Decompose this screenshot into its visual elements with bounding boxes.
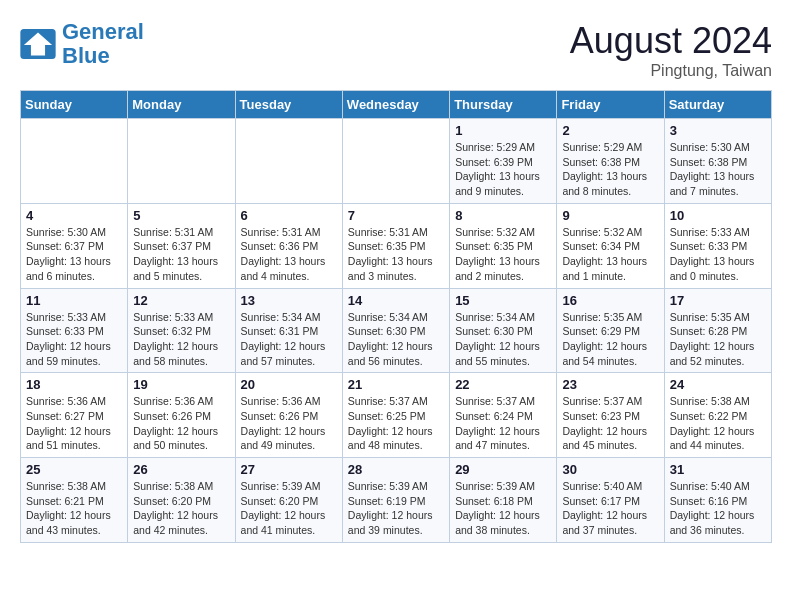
calendar-cell: 23Sunrise: 5:37 AM Sunset: 6:23 PM Dayli… — [557, 373, 664, 458]
calendar-cell: 7Sunrise: 5:31 AM Sunset: 6:35 PM Daylig… — [342, 203, 449, 288]
header-row: SundayMondayTuesdayWednesdayThursdayFrid… — [21, 91, 772, 119]
calendar-cell: 4Sunrise: 5:30 AM Sunset: 6:37 PM Daylig… — [21, 203, 128, 288]
day-detail: Sunrise: 5:35 AM Sunset: 6:28 PM Dayligh… — [670, 310, 766, 369]
day-detail: Sunrise: 5:33 AM Sunset: 6:33 PM Dayligh… — [670, 225, 766, 284]
calendar-cell: 9Sunrise: 5:32 AM Sunset: 6:34 PM Daylig… — [557, 203, 664, 288]
logo-text: General Blue — [62, 20, 144, 68]
calendar-cell: 11Sunrise: 5:33 AM Sunset: 6:33 PM Dayli… — [21, 288, 128, 373]
day-detail: Sunrise: 5:38 AM Sunset: 6:21 PM Dayligh… — [26, 479, 122, 538]
day-number: 30 — [562, 462, 658, 477]
calendar-cell: 6Sunrise: 5:31 AM Sunset: 6:36 PM Daylig… — [235, 203, 342, 288]
calendar-cell: 3Sunrise: 5:30 AM Sunset: 6:38 PM Daylig… — [664, 119, 771, 204]
day-number: 18 — [26, 377, 122, 392]
day-number: 26 — [133, 462, 229, 477]
calendar-table: SundayMondayTuesdayWednesdayThursdayFrid… — [20, 90, 772, 543]
calendar-cell — [128, 119, 235, 204]
calendar-cell — [342, 119, 449, 204]
day-detail: Sunrise: 5:29 AM Sunset: 6:39 PM Dayligh… — [455, 140, 551, 199]
day-detail: Sunrise: 5:40 AM Sunset: 6:16 PM Dayligh… — [670, 479, 766, 538]
day-detail: Sunrise: 5:31 AM Sunset: 6:36 PM Dayligh… — [241, 225, 337, 284]
calendar-cell: 13Sunrise: 5:34 AM Sunset: 6:31 PM Dayli… — [235, 288, 342, 373]
day-detail: Sunrise: 5:39 AM Sunset: 6:19 PM Dayligh… — [348, 479, 444, 538]
week-row-1: 1Sunrise: 5:29 AM Sunset: 6:39 PM Daylig… — [21, 119, 772, 204]
day-detail: Sunrise: 5:36 AM Sunset: 6:26 PM Dayligh… — [133, 394, 229, 453]
day-detail: Sunrise: 5:38 AM Sunset: 6:22 PM Dayligh… — [670, 394, 766, 453]
day-detail: Sunrise: 5:29 AM Sunset: 6:38 PM Dayligh… — [562, 140, 658, 199]
calendar-cell: 8Sunrise: 5:32 AM Sunset: 6:35 PM Daylig… — [450, 203, 557, 288]
day-detail: Sunrise: 5:34 AM Sunset: 6:31 PM Dayligh… — [241, 310, 337, 369]
calendar-cell: 2Sunrise: 5:29 AM Sunset: 6:38 PM Daylig… — [557, 119, 664, 204]
calendar-cell: 28Sunrise: 5:39 AM Sunset: 6:19 PM Dayli… — [342, 458, 449, 543]
day-detail: Sunrise: 5:30 AM Sunset: 6:38 PM Dayligh… — [670, 140, 766, 199]
logo-icon — [20, 29, 56, 59]
day-detail: Sunrise: 5:30 AM Sunset: 6:37 PM Dayligh… — [26, 225, 122, 284]
week-row-5: 25Sunrise: 5:38 AM Sunset: 6:21 PM Dayli… — [21, 458, 772, 543]
day-number: 31 — [670, 462, 766, 477]
day-number: 24 — [670, 377, 766, 392]
day-detail: Sunrise: 5:37 AM Sunset: 6:24 PM Dayligh… — [455, 394, 551, 453]
day-detail: Sunrise: 5:33 AM Sunset: 6:33 PM Dayligh… — [26, 310, 122, 369]
day-number: 3 — [670, 123, 766, 138]
day-number: 9 — [562, 208, 658, 223]
day-number: 6 — [241, 208, 337, 223]
calendar-cell: 15Sunrise: 5:34 AM Sunset: 6:30 PM Dayli… — [450, 288, 557, 373]
day-number: 19 — [133, 377, 229, 392]
calendar-cell: 5Sunrise: 5:31 AM Sunset: 6:37 PM Daylig… — [128, 203, 235, 288]
calendar-cell: 17Sunrise: 5:35 AM Sunset: 6:28 PM Dayli… — [664, 288, 771, 373]
day-detail: Sunrise: 5:35 AM Sunset: 6:29 PM Dayligh… — [562, 310, 658, 369]
day-number: 23 — [562, 377, 658, 392]
day-detail: Sunrise: 5:32 AM Sunset: 6:34 PM Dayligh… — [562, 225, 658, 284]
day-number: 15 — [455, 293, 551, 308]
day-detail: Sunrise: 5:36 AM Sunset: 6:26 PM Dayligh… — [241, 394, 337, 453]
calendar-cell: 30Sunrise: 5:40 AM Sunset: 6:17 PM Dayli… — [557, 458, 664, 543]
day-number: 25 — [26, 462, 122, 477]
day-number: 7 — [348, 208, 444, 223]
day-number: 29 — [455, 462, 551, 477]
day-number: 1 — [455, 123, 551, 138]
day-detail: Sunrise: 5:38 AM Sunset: 6:20 PM Dayligh… — [133, 479, 229, 538]
location-title: Pingtung, Taiwan — [570, 62, 772, 80]
day-number: 12 — [133, 293, 229, 308]
day-detail: Sunrise: 5:40 AM Sunset: 6:17 PM Dayligh… — [562, 479, 658, 538]
day-number: 20 — [241, 377, 337, 392]
calendar-cell: 14Sunrise: 5:34 AM Sunset: 6:30 PM Dayli… — [342, 288, 449, 373]
day-number: 21 — [348, 377, 444, 392]
week-row-2: 4Sunrise: 5:30 AM Sunset: 6:37 PM Daylig… — [21, 203, 772, 288]
page-header: General Blue August 2024 Pingtung, Taiwa… — [20, 20, 772, 80]
calendar-cell: 25Sunrise: 5:38 AM Sunset: 6:21 PM Dayli… — [21, 458, 128, 543]
calendar-cell: 10Sunrise: 5:33 AM Sunset: 6:33 PM Dayli… — [664, 203, 771, 288]
header-day-tuesday: Tuesday — [235, 91, 342, 119]
day-number: 16 — [562, 293, 658, 308]
day-number: 5 — [133, 208, 229, 223]
day-number: 4 — [26, 208, 122, 223]
header-day-saturday: Saturday — [664, 91, 771, 119]
calendar-cell: 12Sunrise: 5:33 AM Sunset: 6:32 PM Dayli… — [128, 288, 235, 373]
day-number: 13 — [241, 293, 337, 308]
calendar-header: SundayMondayTuesdayWednesdayThursdayFrid… — [21, 91, 772, 119]
day-number: 14 — [348, 293, 444, 308]
day-detail: Sunrise: 5:39 AM Sunset: 6:18 PM Dayligh… — [455, 479, 551, 538]
day-detail: Sunrise: 5:33 AM Sunset: 6:32 PM Dayligh… — [133, 310, 229, 369]
header-day-thursday: Thursday — [450, 91, 557, 119]
calendar-cell: 26Sunrise: 5:38 AM Sunset: 6:20 PM Dayli… — [128, 458, 235, 543]
day-number: 2 — [562, 123, 658, 138]
day-number: 10 — [670, 208, 766, 223]
calendar-cell: 22Sunrise: 5:37 AM Sunset: 6:24 PM Dayli… — [450, 373, 557, 458]
day-number: 11 — [26, 293, 122, 308]
calendar-cell: 24Sunrise: 5:38 AM Sunset: 6:22 PM Dayli… — [664, 373, 771, 458]
day-detail: Sunrise: 5:31 AM Sunset: 6:37 PM Dayligh… — [133, 225, 229, 284]
day-detail: Sunrise: 5:37 AM Sunset: 6:23 PM Dayligh… — [562, 394, 658, 453]
calendar-cell: 1Sunrise: 5:29 AM Sunset: 6:39 PM Daylig… — [450, 119, 557, 204]
day-detail: Sunrise: 5:37 AM Sunset: 6:25 PM Dayligh… — [348, 394, 444, 453]
day-number: 17 — [670, 293, 766, 308]
header-day-friday: Friday — [557, 91, 664, 119]
calendar-cell — [235, 119, 342, 204]
day-detail: Sunrise: 5:39 AM Sunset: 6:20 PM Dayligh… — [241, 479, 337, 538]
logo-blue: Blue — [62, 43, 110, 68]
week-row-4: 18Sunrise: 5:36 AM Sunset: 6:27 PM Dayli… — [21, 373, 772, 458]
calendar-cell — [21, 119, 128, 204]
day-detail: Sunrise: 5:36 AM Sunset: 6:27 PM Dayligh… — [26, 394, 122, 453]
logo: General Blue — [20, 20, 144, 68]
calendar-cell: 16Sunrise: 5:35 AM Sunset: 6:29 PM Dayli… — [557, 288, 664, 373]
day-detail: Sunrise: 5:34 AM Sunset: 6:30 PM Dayligh… — [348, 310, 444, 369]
